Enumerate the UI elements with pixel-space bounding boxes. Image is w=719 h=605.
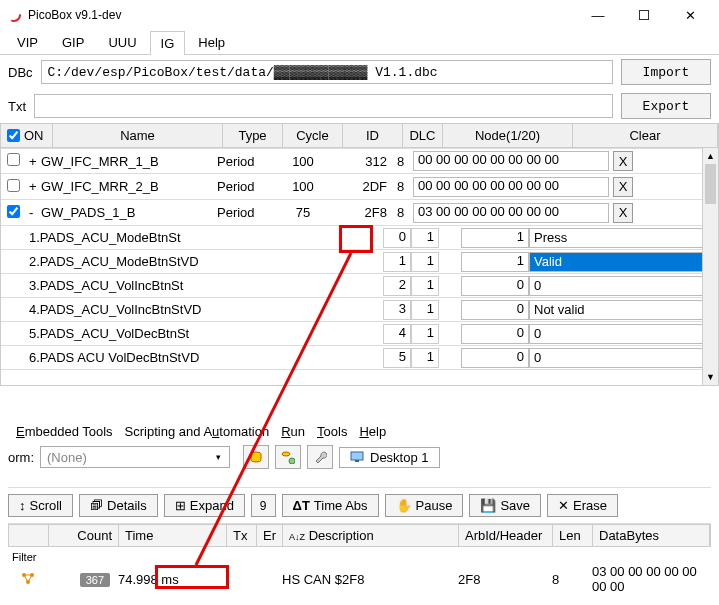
signal-len: 1 [411, 252, 439, 272]
signal-value[interactable]: 1 [461, 228, 529, 248]
menu-help[interactable]: Help [359, 424, 386, 439]
signal-row[interactable]: 2.PADS_ACU_ModeBtnStVD 1 1 1 Valid▾ [1, 250, 718, 274]
orm-dropdown-icon[interactable]: ▾ [216, 452, 221, 462]
wrench-icon-button[interactable] [307, 445, 333, 469]
desktop-tab[interactable]: Desktop 1 [339, 447, 440, 468]
col-id[interactable]: ID [343, 124, 403, 147]
msg-checkbox[interactable] [7, 153, 20, 166]
signal-value[interactable]: 1 [461, 252, 529, 272]
menu-tools[interactable]: Tools [317, 424, 347, 439]
on-checkbox[interactable] [7, 129, 20, 142]
log-len: 8 [552, 572, 592, 587]
save-icon: 💾 [480, 498, 496, 513]
expand-toggle[interactable]: + [25, 152, 37, 171]
msg-delete-button[interactable]: X [613, 151, 633, 171]
msg-delete-button[interactable]: X [613, 177, 633, 197]
message-row[interactable]: + GW_IFC_MRR_1_B Period 100 312 8 00 00 … [1, 148, 718, 174]
platform-row: orm: ▾ Desktop 1 [8, 443, 711, 471]
scroll-button[interactable]: ↕Scroll [8, 494, 73, 517]
msg-data[interactable]: 03 00 00 00 00 00 00 00 [413, 203, 609, 223]
import-button[interactable]: Import [621, 59, 711, 85]
msg-checkbox[interactable] [7, 179, 20, 192]
msg-data[interactable]: 00 00 00 00 00 00 00 00 [413, 177, 609, 197]
signal-desc-select[interactable]: Not valid▾ [529, 300, 714, 320]
tab-uuu[interactable]: UUU [97, 30, 147, 54]
col-node[interactable]: Node(1/20) [443, 124, 573, 147]
signal-desc-select[interactable]: 0▾ [529, 324, 714, 344]
scroll-up-icon[interactable]: ▲ [703, 148, 718, 164]
col-tx[interactable]: Tx [227, 525, 257, 546]
msg-data[interactable]: 00 00 00 00 00 00 00 00 [413, 151, 609, 171]
msg-delete-button[interactable]: X [613, 203, 633, 223]
col-databytes[interactable]: DataBytes [593, 525, 710, 546]
signal-row[interactable]: 3.PADS_ACU_VolIncBtnSt 2 1 0 0▾ [1, 274, 718, 298]
col-type[interactable]: Type [223, 124, 283, 147]
close-button[interactable]: ✕ [667, 0, 713, 30]
db-icon-button[interactable] [243, 445, 269, 469]
col-er[interactable]: Er [257, 525, 283, 546]
log-row[interactable]: 367 74.998 ms HS CAN $2F8 2F8 8 03 00 00… [8, 567, 711, 591]
details-button[interactable]: 🗊Details [79, 494, 158, 517]
export-button[interactable]: Export [621, 93, 711, 119]
msg-cycle[interactable]: 100 [273, 152, 333, 171]
maximize-button[interactable] [621, 0, 667, 30]
menu-scripting[interactable]: Scripting and Automation [125, 424, 270, 439]
col-desc[interactable]: A↓Z Description [283, 525, 459, 546]
count-badge: 367 [80, 573, 110, 587]
signal-desc-select[interactable]: Press▾ [529, 228, 714, 248]
signal-value[interactable]: 0 [461, 276, 529, 296]
message-row[interactable]: - GW_PADS_1_B Period 75 2F8 8 03 00 00 0… [1, 200, 718, 226]
minimize-button[interactable]: — [575, 0, 621, 30]
menu-run[interactable]: Run [281, 424, 305, 439]
msg-checkbox[interactable] [7, 205, 20, 218]
signal-desc-select[interactable]: 0▾ [529, 348, 714, 368]
signal-row[interactable]: 1.PADS_ACU_ModeBtnSt 0 1 1 Press▾ [1, 226, 718, 250]
signal-bit: 4 [383, 324, 411, 344]
signal-desc-select[interactable]: Valid▾ [529, 252, 714, 272]
signal-len: 1 [411, 300, 439, 320]
signal-len: 1 [411, 276, 439, 296]
vertical-scrollbar[interactable]: ▲ ▼ [702, 148, 718, 385]
col-len[interactable]: Len [553, 525, 593, 546]
nine-button[interactable]: 9 [251, 494, 276, 517]
expand-toggle[interactable]: + [25, 177, 37, 196]
menu-embedded-tools[interactable]: Embedded Tools [16, 424, 113, 439]
message-row[interactable]: + GW_IFC_MRR_2_B Period 100 2DF 8 00 00 … [1, 174, 718, 200]
signal-desc-select[interactable]: 0▾ [529, 276, 714, 296]
app-icon [6, 7, 22, 23]
db-gear-icon-button[interactable] [275, 445, 301, 469]
dbc-path-input[interactable] [41, 60, 613, 84]
time-abs-button[interactable]: ΔTTime Abs [282, 494, 379, 517]
tab-ig[interactable]: IG [150, 31, 186, 55]
expand-toggle[interactable]: - [25, 203, 37, 222]
scrollbar-thumb[interactable] [705, 164, 716, 204]
signal-row[interactable]: 4.PADS_ACU_VolIncBtnStVD 3 1 0 Not valid… [1, 298, 718, 322]
msg-cycle[interactable]: 75 [273, 203, 333, 222]
erase-button[interactable]: ✕Erase [547, 494, 618, 517]
pause-button[interactable]: ✋Pause [385, 494, 464, 517]
col-name[interactable]: Name [53, 124, 223, 147]
clear-button[interactable]: Clear [573, 124, 718, 147]
on-toggle[interactable]: ON [1, 124, 53, 147]
col-dlc[interactable]: DLC [403, 124, 443, 147]
signal-row[interactable]: 6.PADS ACU VolDecBtnStVD 5 1 0 0▾ [1, 346, 718, 370]
msg-cycle[interactable]: 100 [273, 177, 333, 196]
save-button[interactable]: 💾Save [469, 494, 541, 517]
signal-value[interactable]: 0 [461, 324, 529, 344]
col-time[interactable]: Time [119, 525, 227, 546]
tab-gip[interactable]: GIP [51, 30, 95, 54]
signal-value[interactable]: 0 [461, 348, 529, 368]
col-arbid[interactable]: ArbId/Header [459, 525, 553, 546]
scroll-down-icon[interactable]: ▼ [703, 369, 718, 385]
expand-button[interactable]: ⊞Expand [164, 494, 245, 517]
txt-path-input[interactable] [34, 94, 613, 118]
signal-bit: 1 [383, 252, 411, 272]
col-cycle[interactable]: Cycle [283, 124, 343, 147]
signal-row[interactable]: 5.PADS_ACU_VolDecBtnSt 4 1 0 0▾ [1, 322, 718, 346]
signal-value[interactable]: 0 [461, 300, 529, 320]
orm-select[interactable] [40, 446, 230, 468]
tab-vip[interactable]: VIP [6, 30, 49, 54]
tab-help[interactable]: Help [187, 30, 236, 54]
msg-id: 2DF [333, 177, 393, 196]
col-count[interactable]: Count [49, 525, 119, 546]
